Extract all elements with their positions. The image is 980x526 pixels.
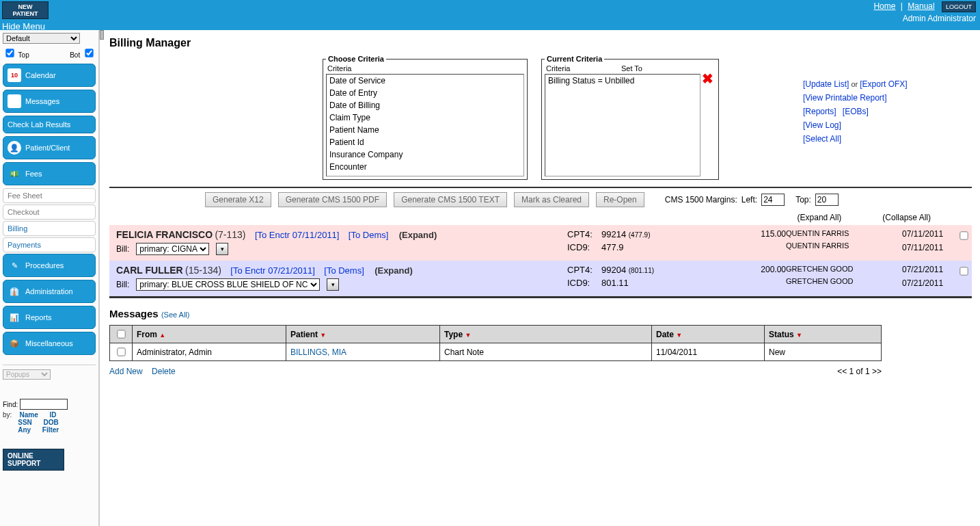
page-title: Billing Manager bbox=[109, 37, 972, 49]
nav-calendar[interactable]: 10 Calendar bbox=[3, 64, 96, 87]
criteria-option[interactable]: Claim Type bbox=[327, 111, 523, 124]
select-all-messages-checkbox[interactable] bbox=[117, 330, 125, 338]
update-list-link[interactable]: [Update List] bbox=[803, 79, 849, 89]
generate-cms-text-button[interactable]: Generate CMS 1500 TEXT bbox=[394, 192, 507, 207]
nav-patient[interactable]: 👤 Patient/Client bbox=[3, 136, 96, 159]
provider-name: GRETCHEN GOOD bbox=[786, 265, 902, 273]
new-patient-button[interactable]: NEW PATIENT bbox=[2, 1, 49, 19]
find-by-any[interactable]: Any bbox=[18, 426, 31, 434]
messages-table: From ▲ Patient ▼ Type ▼ Date ▼ Status ▼ … bbox=[109, 325, 882, 361]
col-status[interactable]: Status ▼ bbox=[765, 326, 882, 343]
message-from: Administrator, Admin bbox=[133, 343, 286, 361]
bill-dropdown-icon[interactable] bbox=[327, 278, 339, 291]
export-ofx-link[interactable]: [Export OFX] bbox=[860, 79, 907, 89]
chart-icon: 📊 bbox=[8, 311, 21, 324]
view-log-link[interactable]: [View Log] bbox=[803, 120, 841, 130]
criteria-option[interactable]: Date of Billing bbox=[327, 99, 523, 111]
nav-billing[interactable]: Billing bbox=[3, 221, 96, 236]
nav-fee-sheet[interactable]: Fee Sheet bbox=[3, 188, 96, 203]
top-toggle[interactable]: Top bbox=[3, 47, 29, 60]
find-by-dob[interactable]: DOB bbox=[43, 419, 58, 426]
home-link[interactable]: Home bbox=[873, 1, 895, 11]
claim-checkbox[interactable] bbox=[959, 231, 968, 239]
criteria-option[interactable]: Encounter bbox=[327, 161, 523, 173]
remove-criteria-icon[interactable]: ✖ bbox=[702, 74, 713, 83]
criteria-option[interactable]: Date of Entry bbox=[327, 87, 523, 99]
eobs-link[interactable]: [EOBs] bbox=[843, 107, 869, 116]
nav-administration[interactable]: 👔 Administration bbox=[3, 280, 96, 303]
current-user-label: Admin Administrator bbox=[871, 14, 976, 23]
generate-cms-pdf-button[interactable]: Generate CMS 1500 PDF bbox=[278, 192, 387, 207]
to-encounter-link[interactable]: [To Enctr 07/21/2011] bbox=[230, 265, 315, 276]
message-checkbox[interactable] bbox=[117, 347, 125, 356]
content-area: Billing Manager Choose Criteria Criteria… bbox=[100, 30, 980, 526]
generate-x12-button[interactable]: Generate X12 bbox=[205, 192, 271, 207]
col-type[interactable]: Type ▼ bbox=[440, 326, 652, 343]
printable-report-link[interactable]: [View Printable Report] bbox=[803, 93, 887, 103]
sort-down-icon: ▼ bbox=[796, 332, 802, 339]
claim-checkbox[interactable] bbox=[959, 267, 968, 275]
nav-checkout[interactable]: Checkout bbox=[3, 205, 96, 220]
see-all-link[interactable]: (See All) bbox=[161, 311, 190, 319]
pager[interactable]: << 1 of 1 >> bbox=[837, 367, 882, 376]
claim-date: 07/11/2011 bbox=[902, 229, 957, 239]
reopen-button[interactable]: Re-Open bbox=[596, 192, 644, 207]
nav-check-lab[interactable]: Check Lab Results bbox=[3, 116, 96, 133]
nav-payments[interactable]: Payments bbox=[3, 237, 96, 252]
message-date: 11/04/2011 bbox=[652, 343, 765, 361]
current-criteria-item[interactable]: Billing Status = Unbilled bbox=[545, 75, 700, 87]
find-by-id[interactable]: ID bbox=[49, 411, 56, 419]
to-dems-link[interactable]: [To Dems] bbox=[349, 230, 389, 240]
expand-toggle[interactable]: (Expand) bbox=[399, 230, 437, 240]
popups-select[interactable]: Popups bbox=[3, 369, 51, 380]
find-input[interactable] bbox=[20, 399, 68, 410]
col-from[interactable]: From ▲ bbox=[133, 326, 286, 343]
nav-messages[interactable]: ✉ Messages bbox=[3, 90, 96, 113]
sidebar-resize-handle[interactable] bbox=[100, 30, 104, 40]
mark-cleared-button[interactable]: Mark as Cleared bbox=[514, 192, 589, 207]
bill-dropdown-icon[interactable] bbox=[216, 243, 228, 255]
nav-reports[interactable]: 📊 Reports bbox=[3, 306, 96, 329]
criteria-list[interactable]: Date of Service Date of Entry Date of Bi… bbox=[326, 74, 524, 176]
patient-name: FELICIA FRANCISCO bbox=[116, 229, 213, 240]
logout-button[interactable]: LOGOUT bbox=[942, 1, 976, 12]
col-date[interactable]: Date ▼ bbox=[652, 326, 765, 343]
claim-row: FELICIA FRANCISCO (7-113) [To Enctr 07/1… bbox=[109, 225, 972, 261]
nav-fees[interactable]: 💵 Fees bbox=[3, 162, 96, 185]
collapse-all-link[interactable]: (Collapse All) bbox=[882, 213, 931, 222]
online-support-button[interactable]: ONLINE SUPPORT bbox=[3, 449, 64, 471]
margin-top-input[interactable] bbox=[815, 194, 839, 206]
message-status: New bbox=[765, 343, 882, 361]
layout-select[interactable]: Default bbox=[3, 33, 80, 44]
criteria-option[interactable]: Insurance Company bbox=[327, 148, 523, 161]
find-label: Find: bbox=[3, 401, 18, 408]
bill-payer-select[interactable]: primary: BLUE CROSS BLUE SHIELD OF NC bbox=[136, 278, 320, 291]
claim-amount: 200.00 bbox=[711, 265, 786, 274]
margin-left-input[interactable] bbox=[761, 194, 785, 206]
find-filter[interactable]: Filter bbox=[42, 426, 59, 434]
bill-payer-select[interactable]: primary: CIGNA bbox=[136, 243, 209, 255]
find-by-name[interactable]: Name bbox=[19, 411, 38, 419]
expand-all-link[interactable]: (Expand All) bbox=[798, 213, 842, 222]
to-encounter-link[interactable]: [To Enctr 07/11/2011] bbox=[255, 230, 340, 240]
patient-name: CARL FULLER bbox=[116, 265, 183, 276]
add-new-link[interactable]: Add New bbox=[109, 367, 143, 376]
money-icon: 💵 bbox=[8, 167, 21, 181]
message-type: Chart Note bbox=[440, 343, 652, 361]
criteria-option[interactable]: Patient Name bbox=[327, 124, 523, 136]
col-patient[interactable]: Patient ▼ bbox=[286, 326, 440, 343]
find-by-ssn[interactable]: SSN bbox=[18, 419, 32, 426]
to-dems-link[interactable]: [To Dems] bbox=[324, 265, 364, 276]
reports-link[interactable]: [Reports] bbox=[803, 107, 836, 116]
nav-misc[interactable]: 📦 Miscellaneous bbox=[3, 332, 96, 355]
bot-toggle[interactable]: Bot bbox=[70, 47, 96, 60]
criteria-option[interactable]: Date of Service bbox=[327, 75, 523, 87]
criteria-option[interactable]: Patient Id bbox=[327, 136, 523, 148]
delete-link[interactable]: Delete bbox=[152, 367, 176, 376]
message-patient-link[interactable]: BILLINGS, MIA bbox=[290, 347, 346, 357]
nav-procedures[interactable]: ✎ Procedures bbox=[3, 254, 96, 277]
select-all-link[interactable]: [Select All] bbox=[803, 134, 841, 144]
manual-link[interactable]: Manual bbox=[908, 1, 934, 11]
expand-toggle[interactable]: (Expand) bbox=[375, 265, 413, 276]
current-criteria-list[interactable]: Billing Status = Unbilled bbox=[545, 74, 700, 176]
